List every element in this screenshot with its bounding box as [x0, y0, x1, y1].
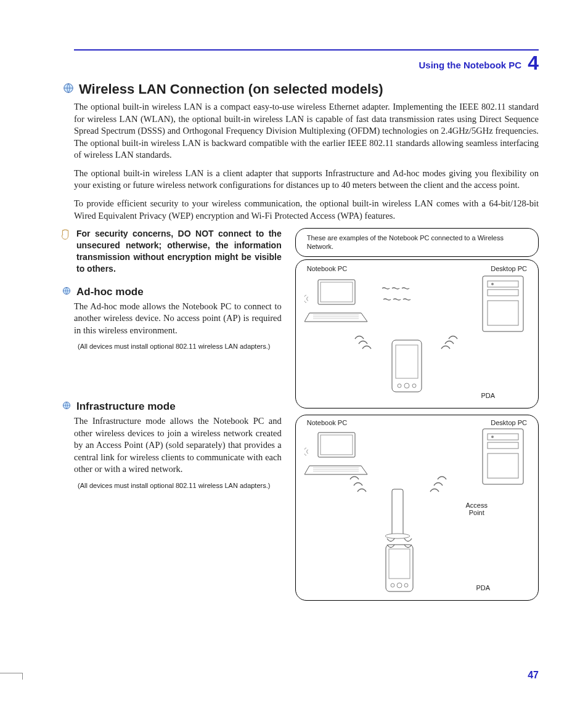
adhoc-diagram: Notebook PC Desktop PC PDA — [295, 259, 539, 408]
header-rule — [74, 49, 539, 51]
label-desktop: Desktop PC — [491, 419, 527, 426]
signal-icon — [383, 534, 415, 548]
infra-title: Infrastructure mode — [76, 400, 176, 413]
left-column: For security concerns, DO NOT connect to… — [74, 228, 282, 607]
notebook-illustration — [304, 429, 372, 478]
adhoc-heading-row: Ad-hoc mode — [62, 286, 282, 298]
svg-point-21 — [491, 436, 494, 438]
signal-icon — [344, 474, 381, 503]
signal-icon — [429, 333, 466, 364]
paragraph-3: To provide efficient security to your wi… — [74, 198, 539, 222]
spacer — [74, 351, 282, 394]
globe-icon — [62, 286, 71, 298]
globe-icon — [63, 83, 74, 96]
infra-note: (All devices must install optional 802.1… — [78, 482, 282, 490]
paragraph-2: The optional built-in wireless LAN is a … — [74, 168, 539, 192]
signal-icon — [349, 333, 386, 364]
infra-diagram: Notebook PC Desktop PC Access Point PDA — [295, 415, 539, 601]
infra-heading-row: Infrastructure mode — [62, 400, 282, 413]
label-notebook: Notebook PC — [307, 265, 347, 272]
two-column-layout: For security concerns, DO NOT connect to… — [74, 228, 539, 607]
globe-icon — [62, 400, 71, 413]
svg-point-9 — [491, 283, 494, 285]
page-number: 47 — [528, 670, 539, 681]
svg-rect-22 — [392, 489, 403, 536]
pda-illustration — [382, 543, 417, 594]
desktop-illustration — [476, 426, 529, 488]
label-notebook: Notebook PC — [307, 419, 347, 426]
warning-text: For security concerns, DO NOT connect to… — [76, 228, 282, 275]
adhoc-body: The Ad-hoc mode allows the Notebook PC t… — [74, 301, 282, 337]
security-warning: For security concerns, DO NOT connect to… — [59, 228, 282, 275]
page: Using the Notebook PC 4 Wireless LAN Con… — [0, 0, 588, 703]
page-title: Wireless LAN Connection (on selected mod… — [79, 81, 383, 97]
diagram-caption: These are examples of the Notebook PC co… — [307, 234, 504, 250]
main-heading-row: Wireless LAN Connection (on selected mod… — [63, 81, 539, 97]
adhoc-note: (All devices must install optional 802.1… — [78, 343, 282, 351]
diagram-caption-box: These are examples of the Notebook PC co… — [295, 228, 539, 257]
adhoc-title: Ad-hoc mode — [76, 286, 144, 298]
svg-rect-19 — [488, 442, 518, 449]
paragraph-1: The optional built-in wireless LAN is a … — [74, 101, 539, 161]
svg-rect-7 — [488, 290, 518, 296]
crop-mark — [0, 673, 23, 680]
svg-rect-16 — [321, 435, 353, 455]
access-point-illustration — [382, 487, 413, 540]
pda-illustration — [388, 339, 425, 394]
notebook-illustration — [304, 276, 372, 325]
svg-rect-11 — [396, 345, 418, 378]
svg-rect-20 — [488, 453, 518, 478]
svg-rect-4 — [321, 282, 353, 302]
chapter-number: 4 — [528, 53, 539, 73]
label-pda: PDA — [481, 392, 495, 399]
desktop-illustration — [476, 274, 529, 335]
signal-icon — [418, 474, 455, 503]
signal-icon — [376, 282, 419, 307]
svg-rect-25 — [389, 549, 410, 579]
right-column: These are examples of the Notebook PC co… — [295, 228, 539, 607]
label-desktop: Desktop PC — [491, 265, 527, 272]
hand-stop-icon — [59, 228, 71, 275]
section-title: Using the Notebook PC — [419, 60, 522, 73]
page-header: Using the Notebook PC 4 — [74, 53, 539, 73]
svg-rect-8 — [488, 301, 518, 325]
infra-body: The Infrastructure mode allows the Noteb… — [74, 415, 282, 476]
label-access-point: Access Point — [466, 502, 488, 516]
label-pda: PDA — [476, 584, 490, 591]
